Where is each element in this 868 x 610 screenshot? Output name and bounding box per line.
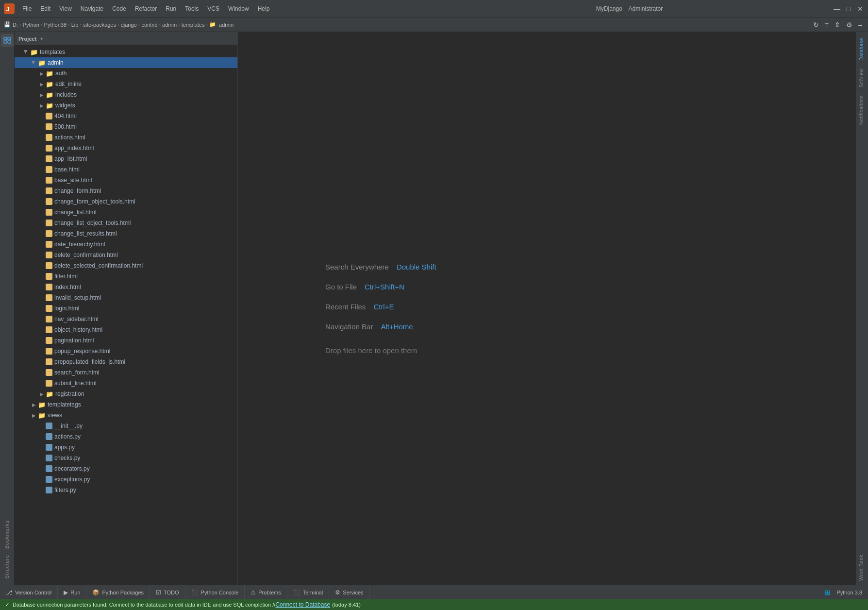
collapse-all-button[interactable]: ≡ bbox=[823, 20, 831, 30]
tree-item-registration[interactable]: ▶ 📁 registration bbox=[15, 389, 237, 399]
tree-item-pagination[interactable]: ▶ pagination.html bbox=[15, 335, 237, 346]
python-console-tab[interactable]: ⬛ Python Console bbox=[185, 585, 245, 599]
refresh-button[interactable]: ↻ bbox=[811, 20, 821, 30]
tree-item-date-hierarchy[interactable]: ▶ date_hierarchy.html bbox=[15, 239, 237, 250]
minimize-button[interactable]: — bbox=[833, 5, 841, 13]
expand-button[interactable]: ⇕ bbox=[833, 20, 842, 30]
label-500: 500.html bbox=[54, 123, 77, 130]
tree-item-base-site[interactable]: ▶ base_site.html bbox=[15, 175, 237, 186]
close-panel-button[interactable]: – bbox=[856, 20, 864, 30]
tree-item-nav-sidebar[interactable]: ▶ nav_sidebar.html bbox=[15, 314, 237, 324]
breadcrumb-templates[interactable]: templates › bbox=[182, 22, 208, 28]
database-panel-button[interactable]: Database bbox=[857, 34, 868, 65]
tree-item-change-form-obj[interactable]: ▶ change_form_object_tools.html bbox=[15, 196, 237, 207]
menu-navigate[interactable]: Navigate bbox=[77, 4, 107, 14]
tree-item-edit-inline[interactable]: ▶ 📁 edit_inline bbox=[15, 79, 237, 89]
search-everywhere-shortcut[interactable]: Double Shift bbox=[397, 263, 436, 271]
tree-item-submit-line[interactable]: ▶ submit_line.html bbox=[15, 378, 237, 389]
menu-vcs[interactable]: VCS bbox=[203, 4, 223, 14]
tree-item-checks-py[interactable]: ▶ checks.py bbox=[15, 453, 237, 463]
tree-item-search-form[interactable]: ▶ search_form.html bbox=[15, 367, 237, 378]
tree-item-app-list[interactable]: ▶ app_list.html bbox=[15, 153, 237, 164]
menu-help[interactable]: Help bbox=[254, 4, 274, 14]
tree-item-init-py[interactable]: ▶ __init__.py bbox=[15, 421, 237, 431]
version-control-icon: ⎇ bbox=[6, 589, 13, 596]
tree-item-object-history[interactable]: ▶ object_history.html bbox=[15, 324, 237, 335]
file-icon-nav-sidebar bbox=[46, 316, 52, 322]
tree-item-actions-py[interactable]: ▶ actions.py bbox=[15, 431, 237, 442]
tree-item-500[interactable]: ▶ 500.html bbox=[15, 121, 237, 132]
folder-icon-views: 📁 bbox=[38, 412, 46, 419]
tree-item-delete-conf[interactable]: ▶ delete_confirmation.html bbox=[15, 250, 237, 260]
structure-label[interactable]: Structure bbox=[3, 553, 11, 581]
menu-code[interactable]: Code bbox=[108, 4, 130, 14]
breadcrumb-python[interactable]: Python › bbox=[23, 22, 43, 28]
tree-item-templatetags[interactable]: ▶ 📁 templatetags bbox=[15, 399, 237, 410]
close-button[interactable]: ✕ bbox=[856, 5, 864, 13]
tree-item-admin[interactable]: ▶ 📁 admin bbox=[15, 57, 237, 68]
menu-run[interactable]: Run bbox=[162, 4, 180, 14]
menu-refactor[interactable]: Refactor bbox=[131, 4, 161, 14]
editor-welcome: Search Everywhere Double Shift Go to Fil… bbox=[238, 32, 855, 585]
tree-item-popup-response[interactable]: ▶ popup_response.html bbox=[15, 346, 237, 356]
tree-item-actions-html[interactable]: ▶ actions.html bbox=[15, 132, 237, 143]
notification-link[interactable]: Connect to Database bbox=[275, 601, 330, 608]
breadcrumb-django-label: django bbox=[121, 22, 137, 28]
breadcrumb-d[interactable]: D: › bbox=[13, 22, 22, 28]
todo-tab[interactable]: ☑ TODO bbox=[150, 585, 185, 599]
menu-edit[interactable]: Edit bbox=[36, 4, 54, 14]
tree-item-change-list-obj[interactable]: ▶ change_list_object_tools.html bbox=[15, 218, 237, 228]
panel-chevron[interactable]: ▼ bbox=[39, 36, 44, 41]
drive-icon: 💾 bbox=[4, 21, 11, 28]
sciview-panel-button[interactable]: SciView bbox=[857, 65, 868, 91]
bookmarks-label[interactable]: Bookmarks bbox=[3, 518, 11, 551]
tree-item-404[interactable]: ▶ 404.html bbox=[15, 111, 237, 121]
tree-item-decorators-py[interactable]: ▶ decorators.py bbox=[15, 463, 237, 474]
tree-item-filters-py[interactable]: ▶ filters.py bbox=[15, 485, 237, 495]
tree-item-invalid-setup[interactable]: ▶ invalid_setup.html bbox=[15, 292, 237, 303]
navigation-bar-shortcut[interactable]: Alt+Home bbox=[381, 322, 413, 331]
tree-item-index[interactable]: ▶ index.html bbox=[15, 282, 237, 292]
notifications-panel-button[interactable]: Notifications bbox=[857, 91, 868, 129]
tree-item-login[interactable]: ▶ login.html bbox=[15, 303, 237, 314]
settings-button[interactable]: ⚙ bbox=[844, 20, 854, 30]
tree-item-filter[interactable]: ▶ filter.html bbox=[15, 271, 237, 282]
notification-bar: ✓ Database connection parameters found: … bbox=[0, 599, 868, 610]
menu-file[interactable]: File bbox=[18, 4, 35, 14]
tree-item-includes[interactable]: ▶ 📁 includes bbox=[15, 89, 237, 100]
breadcrumb-admin[interactable]: admin › bbox=[162, 22, 181, 28]
tree-item-apps-py[interactable]: ▶ apps.py bbox=[15, 442, 237, 453]
tree-item-exceptions-py[interactable]: ▶ exceptions.py bbox=[15, 474, 237, 485]
project-icon[interactable] bbox=[1, 34, 14, 47]
breadcrumb-django[interactable]: django › bbox=[121, 22, 141, 28]
tree-item-prepopulated[interactable]: ▶ prepopulated_fields_js.html bbox=[15, 356, 237, 367]
tree-item-widgets[interactable]: ▶ 📁 widgets bbox=[15, 100, 237, 111]
tree-item-change-form[interactable]: ▶ change_form.html bbox=[15, 186, 237, 196]
menu-view[interactable]: View bbox=[55, 4, 76, 14]
services-tab[interactable]: ⚙ Services bbox=[329, 585, 369, 599]
word-book-panel-button[interactable]: Word Book bbox=[857, 551, 868, 585]
tree-item-views[interactable]: ▶ 📁 views bbox=[15, 410, 237, 421]
breadcrumb-contrib[interactable]: contrib › bbox=[141, 22, 161, 28]
breadcrumb-site-packages[interactable]: site-packages › bbox=[83, 22, 120, 28]
tree-item-delete-sel-conf[interactable]: ▶ delete_selected_confirmation.html bbox=[15, 260, 237, 271]
breadcrumb-admin-folder[interactable]: admin bbox=[219, 22, 234, 28]
problems-tab[interactable]: ⚠ Problems bbox=[245, 585, 287, 599]
breadcrumb-lib[interactable]: Lib › bbox=[71, 22, 82, 28]
menu-tools[interactable]: Tools bbox=[181, 4, 202, 14]
recent-files-shortcut[interactable]: Ctrl+E bbox=[373, 303, 394, 311]
tree-item-app-index[interactable]: ▶ app_index.html bbox=[15, 143, 237, 153]
terminal-tab[interactable]: ⬛ Terminal bbox=[287, 585, 330, 599]
tree-item-auth[interactable]: ▶ 📁 auth bbox=[15, 68, 237, 79]
tree-item-change-list[interactable]: ▶ change_list.html bbox=[15, 207, 237, 218]
maximize-button[interactable]: □ bbox=[845, 5, 852, 13]
python-packages-tab[interactable]: 📦 Python Packages bbox=[86, 585, 150, 599]
version-control-tab[interactable]: ⎇ Version Control bbox=[0, 585, 58, 599]
breadcrumb-python38[interactable]: Python38 › bbox=[44, 22, 70, 28]
goto-file-shortcut[interactable]: Ctrl+Shift+N bbox=[365, 283, 404, 291]
tree-item-base[interactable]: ▶ base.html bbox=[15, 164, 237, 175]
menu-window[interactable]: Window bbox=[224, 4, 253, 14]
tree-item-change-list-results[interactable]: ▶ change_list_results.html bbox=[15, 228, 237, 239]
tree-item-templates[interactable]: ▶ 📁 templates bbox=[15, 47, 237, 57]
run-tab[interactable]: ▶ Run bbox=[58, 585, 86, 599]
